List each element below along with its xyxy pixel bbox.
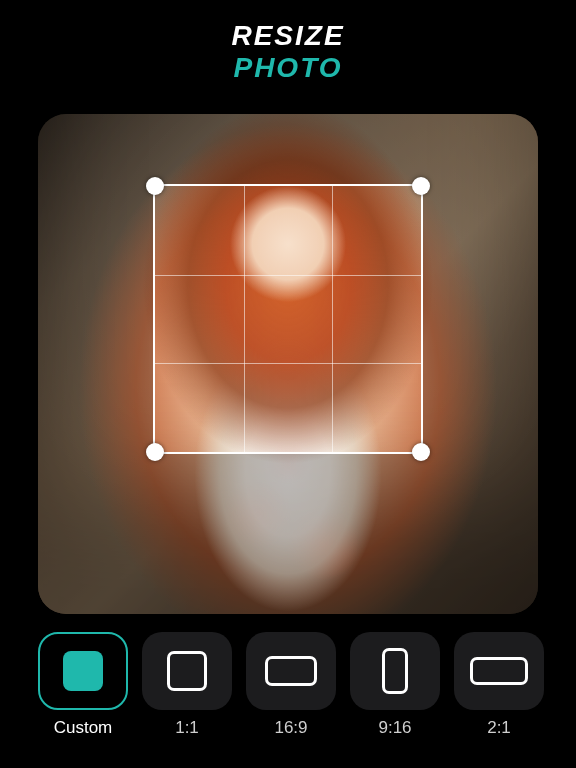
ratio-shape-icon (265, 656, 317, 686)
ratio-option-1-1[interactable]: 1:1 (142, 632, 232, 738)
ratio-option-2-1[interactable]: 2:1 (454, 632, 544, 738)
ratio-label: 9:16 (378, 718, 411, 738)
crop-grid-line (155, 275, 421, 276)
ratio-tile (142, 632, 232, 710)
ratio-tile (38, 632, 128, 710)
title-line-1: RESIZE (231, 20, 344, 52)
crop-grid-line (244, 186, 245, 452)
crop-handle-top-left[interactable] (146, 177, 164, 195)
ratio-label: 1:1 (175, 718, 199, 738)
crop-handle-bottom-left[interactable] (146, 443, 164, 461)
ratio-option-9-16[interactable]: 9:16 (350, 632, 440, 738)
ratio-label: 16:9 (274, 718, 307, 738)
crop-frame[interactable] (153, 184, 423, 454)
crop-handle-top-right[interactable] (412, 177, 430, 195)
ratio-label: Custom (54, 718, 113, 738)
ratio-shape-icon (382, 648, 408, 694)
ratio-shape-icon (167, 651, 207, 691)
ratio-shape-icon (63, 651, 103, 691)
crop-grid-line (332, 186, 333, 452)
crop-handle-bottom-right[interactable] (412, 443, 430, 461)
page-title: RESIZE PHOTO (231, 20, 344, 84)
crop-grid-line (155, 363, 421, 364)
ratio-option-custom[interactable]: Custom (38, 632, 128, 738)
photo-preview[interactable] (38, 114, 538, 614)
aspect-ratio-row[interactable]: Custom 1:1 16:9 9:16 2:1 (20, 632, 556, 738)
ratio-label: 2:1 (487, 718, 511, 738)
ratio-tile (454, 632, 544, 710)
ratio-shape-icon (470, 657, 528, 685)
title-line-2: PHOTO (231, 52, 344, 84)
ratio-option-16-9[interactable]: 16:9 (246, 632, 336, 738)
app-screen: RESIZE PHOTO Custom 1:1 (0, 0, 576, 768)
ratio-tile (246, 632, 336, 710)
ratio-tile (350, 632, 440, 710)
